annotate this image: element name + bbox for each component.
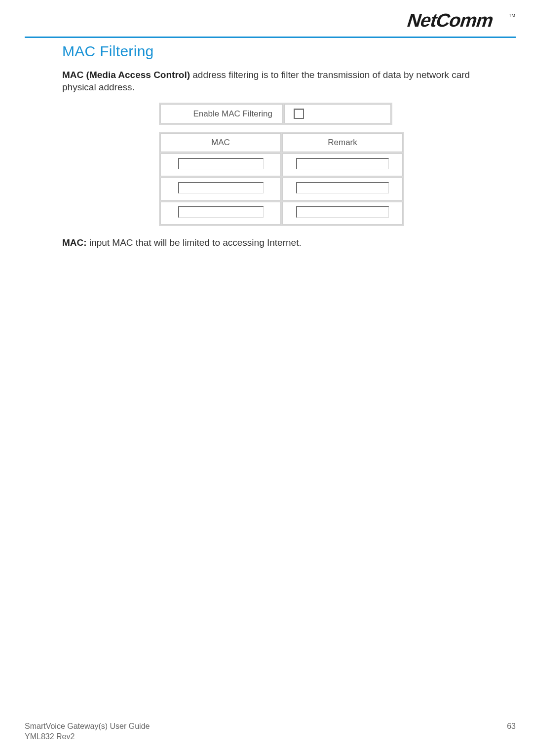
mac-input[interactable] [178,182,264,193]
mac-desc-rest: input MAC that will be limited to access… [87,237,302,248]
doc-revision: YML832 Rev2 [25,732,75,741]
enable-mac-filtering-checkbox[interactable] [294,109,304,119]
mac-input[interactable] [178,158,264,169]
intro-paragraph: MAC (Media Access Control) address filte… [62,69,501,93]
page-number: 63 [507,722,516,730]
svg-text:TM: TM [509,13,515,18]
guide-title: SmartVoice Gateway(s) User Guide [25,722,150,730]
section-title: MAC Filtering [62,43,501,60]
page-footer: SmartVoice Gateway(s) User Guide YML832 … [25,721,516,742]
remark-input[interactable] [296,158,389,169]
mac-desc-bold: MAC: [62,237,87,248]
header-rule [25,37,516,38]
remark-input[interactable] [296,182,389,193]
column-header-mac: MAC [160,133,281,152]
enable-mac-filtering-label: Enable MAC Filtering [160,104,283,123]
mac-description: MAC: input MAC that will be limited to a… [62,237,501,249]
mac-input[interactable] [178,206,264,218]
table-row [160,178,403,200]
remark-input[interactable] [296,206,389,218]
table-row [160,153,403,176]
svg-text:NetComm: NetComm [405,10,496,31]
intro-bold: MAC (Media Access Control) [62,70,190,80]
router-ui-screenshot: Enable MAC Filtering MAC Remark [159,103,404,226]
brand-logo: NetComm TM [25,10,516,34]
column-header-remark: Remark [282,133,403,152]
table-row [160,202,403,225]
